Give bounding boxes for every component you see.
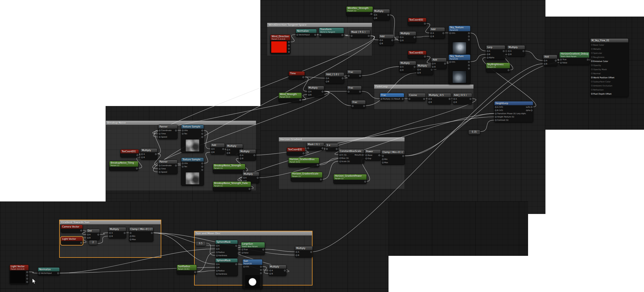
output-pin[interactable] <box>402 155 404 157</box>
node-texcoord3[interactable]: TexCoord[0] <box>120 149 139 157</box>
input-pin[interactable] <box>130 239 131 240</box>
node-mult_sun1[interactable]: MultiplyAB <box>269 265 286 276</box>
node-hg_scale[interactable]: Horizon_GradientScaleParam (1) <box>291 172 323 182</box>
input-pin[interactable] <box>495 119 497 121</box>
output-pin[interactable] <box>378 154 380 156</box>
input-pin[interactable] <box>182 133 184 135</box>
output-pin[interactable] <box>263 249 264 250</box>
input-pin[interactable] <box>211 151 213 153</box>
input-pin[interactable] <box>211 148 213 150</box>
node-header[interactable]: LargeSunStatic Bool Param <box>241 242 265 248</box>
node-spheremask1[interactable]: SphereMaskABRadiusHardness <box>215 240 238 258</box>
input-pin[interactable] <box>87 234 89 235</box>
output-pin[interactable] <box>392 39 393 41</box>
input-pin[interactable] <box>591 81 593 82</box>
input-pin[interactable] <box>87 237 89 239</box>
input-pin[interactable] <box>182 166 184 167</box>
comment-title-bar[interactable]: Gradient Towards Sun <box>60 220 161 224</box>
output-pin[interactable] <box>523 50 524 52</box>
input-pin[interactable] <box>508 50 510 52</box>
output-pin[interactable] <box>151 232 153 234</box>
node-frac1[interactable]: Frac <box>347 70 361 78</box>
input-pin[interactable] <box>141 157 143 158</box>
node-header[interactable]: Mask ( G ) <box>307 142 324 146</box>
output-pin[interactable] <box>468 39 470 41</box>
node-header[interactable]: Wind_StrengthParam (0.2) <box>279 93 302 98</box>
input-pin[interactable] <box>544 63 545 65</box>
node-const_035[interactable]: 0.35 <box>468 130 480 135</box>
node-header[interactable]: Camera Vector <box>61 225 83 229</box>
node-header[interactable]: SunParam2D <box>243 259 263 265</box>
input-pin[interactable] <box>159 133 160 135</box>
output-pin[interactable] <box>503 50 504 52</box>
node-header[interactable]: Multiply <box>295 246 312 250</box>
node-header[interactable]: Multiply <box>226 144 243 148</box>
output-pin[interactable] <box>359 91 361 92</box>
node-texcoord2[interactable]: TexCoord[0] <box>408 51 427 59</box>
output-pin[interactable] <box>201 136 203 138</box>
input-pin[interactable] <box>591 48 593 50</box>
node-header[interactable]: Light VectorParam (0,0,0,0) <box>10 265 29 270</box>
node-header[interactable]: Add <box>430 27 444 31</box>
node-header[interactable]: SphereMask <box>216 259 238 262</box>
input-pin[interactable] <box>216 248 218 250</box>
node-mult_sun2[interactable]: MultiplyAB <box>295 246 313 257</box>
node-frac2[interactable]: Frac <box>347 86 361 94</box>
output-pin[interactable] <box>288 45 290 46</box>
node-header[interactable]: Texture Sample <box>181 125 204 129</box>
node-header[interactable]: Texture Sample <box>181 158 204 161</box>
input-pin[interactable] <box>560 59 562 60</box>
input-pin[interactable] <box>432 66 434 68</box>
node-transform_wd[interactable]: TransformWorld to Tangent <box>319 27 344 37</box>
node-header[interactable]: Multiply <box>399 32 416 35</box>
input-pin[interactable] <box>227 149 228 151</box>
node-light_vector_gs[interactable]: Light Vector <box>61 237 83 245</box>
node-header[interactable]: Multiply <box>141 148 157 152</box>
output-pin[interactable] <box>468 36 470 37</box>
output-pin[interactable] <box>423 98 425 100</box>
node-header[interactable]: Multiply <box>399 61 416 65</box>
output-pin[interactable] <box>414 66 415 68</box>
input-pin[interactable] <box>591 93 593 95</box>
input-pin[interactable] <box>487 54 488 55</box>
node-mult_a[interactable]: MultiplyAB <box>399 31 416 43</box>
output-pin[interactable] <box>260 266 262 268</box>
input-pin[interactable] <box>430 32 432 34</box>
node-header[interactable]: HorizonGradient_DebugStatic Bool Param <box>560 52 589 58</box>
node-frac3[interactable]: Frac <box>351 100 365 108</box>
node-header[interactable]: BreakupNoise_Strength_FadeParam (1) <box>213 182 251 187</box>
node-cosine[interactable]: Cosine <box>408 93 426 101</box>
node-heightlerp[interactable]: HeightLerpA (V3)B (V3)Transition Phase (… <box>494 101 533 122</box>
node-oneminus[interactable]: 1-x <box>325 143 338 151</box>
output-pin[interactable] <box>201 166 203 167</box>
node-header[interactable]: TexCoord[0] <box>408 18 426 22</box>
input-pin[interactable] <box>339 157 341 159</box>
input-pin[interactable] <box>240 154 241 156</box>
node-light_vector_bl[interactable]: Light VectorParam (0,0,0,0) <box>10 265 29 284</box>
node-header[interactable]: Time <box>289 72 304 75</box>
input-pin[interactable] <box>326 77 327 79</box>
output-pin[interactable] <box>235 263 237 265</box>
input-pin[interactable] <box>269 273 271 275</box>
material-graph-viewport[interactable]: WindDirection Tangent SpaceFadeLoopBreak… <box>0 0 644 292</box>
node-header[interactable]: WindVec_StrengthParam (1) <box>346 7 373 12</box>
input-pin[interactable] <box>227 152 228 154</box>
node-fade_frac[interactable]: FracMultiply (1) Result <box>380 93 404 101</box>
input-pin[interactable] <box>240 158 241 159</box>
node-header[interactable]: M_Sky_Flow_01 <box>591 39 628 42</box>
output-pin[interactable] <box>336 148 337 150</box>
output-pin[interactable] <box>303 153 304 154</box>
comment-title-bar[interactable]: FadeLoop <box>374 85 473 89</box>
output-pin[interactable] <box>387 14 389 16</box>
node-header[interactable]: Normalize <box>38 268 59 271</box>
node-sky_brightness[interactable]: SkyBrightnessParam (1) <box>486 63 510 72</box>
input-pin[interactable] <box>159 130 160 131</box>
node-camera_vector[interactable]: Camera Vector <box>61 225 83 233</box>
node-header[interactable]: BreakupNoise_StrengthParam (1) <box>213 164 245 169</box>
output-pin[interactable] <box>555 60 557 61</box>
node-mult_bn_tiling[interactable]: MultiplyAB <box>140 148 157 160</box>
input-pin[interactable] <box>400 66 402 68</box>
node-header[interactable]: Horizon_GradientPowerParam (1) <box>334 174 367 180</box>
output-pin[interactable] <box>322 91 323 92</box>
input-pin[interactable] <box>339 161 341 162</box>
